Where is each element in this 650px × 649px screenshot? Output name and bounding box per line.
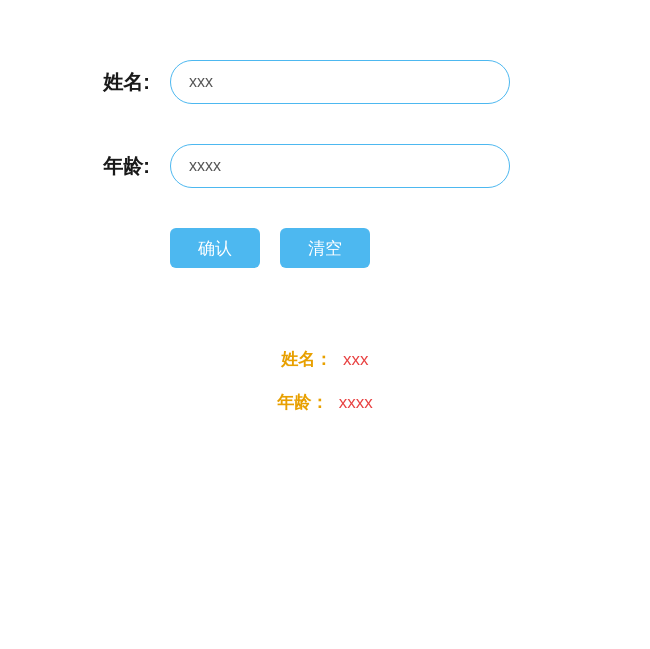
result-name-label: 姓名：: [281, 350, 332, 369]
age-row: 年龄:: [80, 144, 570, 188]
result-age-value: xxxx: [339, 393, 373, 412]
result-age-row: 年龄： xxxx: [277, 391, 373, 414]
clear-button[interactable]: 清空: [280, 228, 370, 268]
button-row: 确认 清空: [170, 228, 370, 268]
form-section: 姓名: 年龄:: [80, 60, 570, 228]
result-section: 姓名： xxx 年龄： xxxx: [80, 348, 570, 414]
age-label: 年龄:: [80, 153, 150, 180]
age-input[interactable]: [170, 144, 510, 188]
name-input[interactable]: [170, 60, 510, 104]
name-label: 姓名:: [80, 69, 150, 96]
result-name-value: xxx: [343, 350, 369, 369]
result-age-label: 年龄：: [277, 393, 328, 412]
name-row: 姓名:: [80, 60, 570, 104]
result-name-row: 姓名： xxx: [281, 348, 368, 371]
confirm-button[interactable]: 确认: [170, 228, 260, 268]
